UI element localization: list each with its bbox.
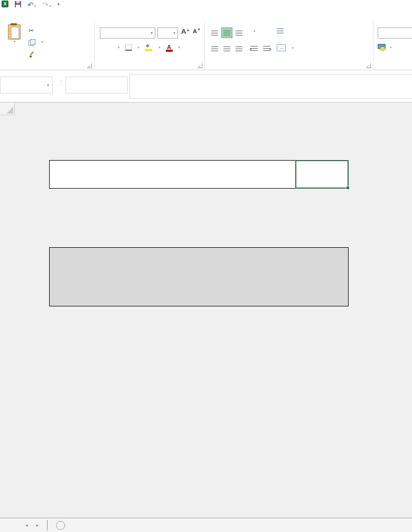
ribbon: ▾ ✂ ▾ ▾ ▾ A▲ A▼ ▾ ▾ ▾ <box>0 21 412 70</box>
align-center-button[interactable] <box>221 43 232 54</box>
chevron-down-icon: ▾ <box>118 45 120 50</box>
quick-access-toolbar: X ↶▾ ↷▾ ▾ <box>0 0 412 9</box>
merge-center-button[interactable]: ↔▾ <box>277 44 294 51</box>
chevron-down-icon: ▾ <box>254 29 256 33</box>
arrow-left-icon: ◂ <box>249 47 251 51</box>
excel-window: X ↶▾ ↷▾ ▾ ▾ ✂ ▾ ▾ ▾ A▲ A▼ <box>0 0 412 532</box>
sheet-area <box>0 102 412 518</box>
add-sheet-button[interactable] <box>56 521 65 530</box>
merge-center-icon: ↔ <box>277 44 286 51</box>
grow-font-button[interactable]: A▲ <box>181 27 190 35</box>
font-name-combo[interactable]: ▾ <box>100 27 155 39</box>
chevron-down-icon: ▾ <box>34 4 36 8</box>
active-cell-g5[interactable] <box>295 160 349 189</box>
undo-button[interactable]: ↶▾ <box>27 0 36 10</box>
align-bottom-icon <box>236 31 242 35</box>
chevron-down-icon: ▾ <box>41 40 43 44</box>
chevron-down-icon: ▾ <box>390 45 392 50</box>
formula-input[interactable] <box>129 74 412 99</box>
dialog-launcher-icon[interactable] <box>198 63 202 68</box>
orientation-button[interactable]: ▾ <box>250 29 256 33</box>
fill-color-icon[interactable] <box>145 44 153 51</box>
customize-toolbar-icon[interactable]: ▾ <box>58 2 60 7</box>
align-right-button[interactable] <box>233 43 245 54</box>
redo-icon: ↷ <box>42 1 49 9</box>
align-middle-icon <box>223 31 230 35</box>
copy-icon <box>29 39 35 46</box>
ribbon-group-number: ▾ <box>373 21 412 70</box>
font-size-combo[interactable]: ▾ <box>157 27 178 39</box>
align-center-icon <box>223 46 230 51</box>
chevron-down-icon: ▾ <box>179 45 181 50</box>
formula-bar-separator: ⋮ <box>58 79 64 86</box>
formula-bar: ▾ ⋮ <box>0 70 412 102</box>
cut-button[interactable]: ✂ <box>29 25 43 36</box>
scissors-icon: ✂ <box>29 27 34 34</box>
chevron-down-icon: ▾ <box>3 40 26 44</box>
font-color-icon[interactable]: A <box>166 44 173 51</box>
wrap-text-icon <box>277 29 284 33</box>
chevron-down-icon: ▾ <box>158 45 161 50</box>
message-row <box>49 160 349 189</box>
ribbon-group-clipboard: ▾ ✂ ▾ <box>0 21 95 70</box>
currency-icon <box>378 44 387 51</box>
column-headers <box>15 102 412 115</box>
copy-button[interactable]: ▾ <box>29 36 43 48</box>
number-format-combo[interactable] <box>378 27 412 39</box>
align-bottom-button[interactable] <box>233 27 245 38</box>
wrap-text-button[interactable] <box>277 29 286 33</box>
redo-button[interactable]: ↷▾ <box>42 0 51 10</box>
sheet-nav-left-icon[interactable]: ◂ <box>25 522 28 528</box>
save-icon[interactable] <box>15 1 21 7</box>
align-left-icon <box>211 46 218 51</box>
chevron-down-icon: ▾ <box>151 31 153 35</box>
chevron-down-icon: ▾ <box>47 83 49 88</box>
borders-icon[interactable] <box>125 44 132 51</box>
align-top-icon <box>211 31 218 35</box>
sheet-nav-right-icon[interactable]: ▸ <box>36 522 39 528</box>
format-painter-icon <box>29 51 35 58</box>
currency-format-button[interactable]: ▾ <box>378 44 392 51</box>
ribbon-group-alignment: ▾ ◂ ▸ ↔▾ <box>205 21 373 70</box>
select-all-button[interactable] <box>0 102 15 115</box>
arrow-right-icon: ▸ <box>269 47 271 51</box>
row-headers <box>0 115 15 518</box>
chevron-down-icon: ▾ <box>138 45 140 50</box>
excel-logo-icon: X <box>2 1 8 7</box>
tab-separator <box>47 520 48 530</box>
increase-indent-button[interactable]: ▸ <box>263 46 270 51</box>
undo-icon: ↶ <box>27 1 34 9</box>
format-painter-button[interactable] <box>29 48 43 60</box>
name-box[interactable]: ▾ <box>0 77 53 94</box>
align-left-button[interactable] <box>209 43 220 54</box>
chevron-down-icon: ▾ <box>173 31 175 35</box>
clipboard-icon <box>8 24 21 40</box>
sheet-tab-bar: ◂ ▸ <box>0 518 412 532</box>
align-right-icon <box>236 46 242 51</box>
dialog-launcher-icon[interactable] <box>366 63 371 68</box>
dialog-launcher-icon[interactable] <box>87 63 92 68</box>
chevron-down-icon: ▾ <box>292 46 294 50</box>
align-top-button[interactable] <box>209 27 220 38</box>
ribbon-tabs <box>0 9 412 21</box>
chevron-down-icon: ▾ <box>49 4 51 8</box>
shrink-font-button[interactable]: A▼ <box>193 27 201 34</box>
paste-button[interactable]: ▾ <box>3 24 26 44</box>
schedule-header-row <box>49 247 349 306</box>
ribbon-group-font: ▾ ▾ A▲ A▼ ▾ ▾ ▾ A ▾ <box>95 21 205 70</box>
laufzeit-message-cell[interactable] <box>49 160 296 189</box>
decrease-indent-button[interactable]: ◂ <box>250 46 258 51</box>
align-middle-button[interactable] <box>221 27 232 38</box>
